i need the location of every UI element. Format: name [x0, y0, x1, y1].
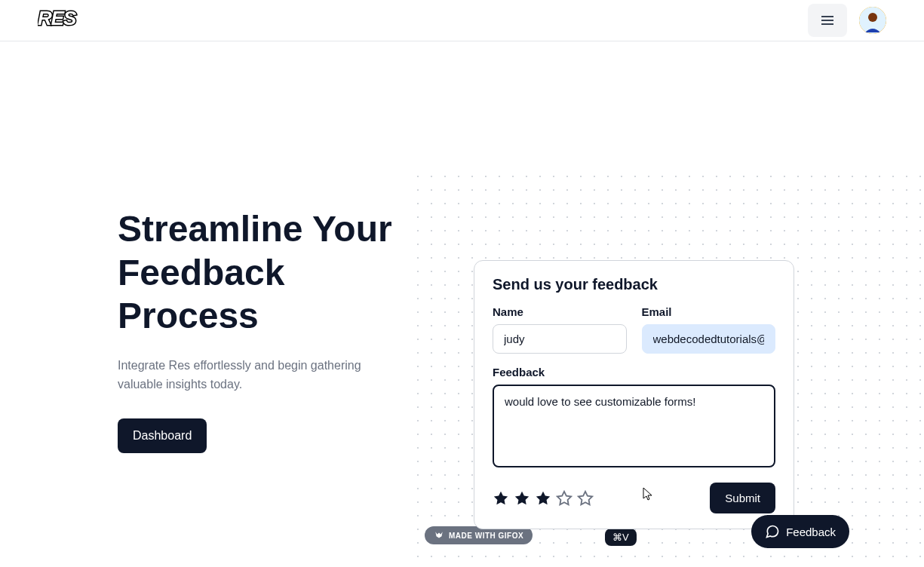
card-footer: Submit: [493, 483, 775, 513]
name-label: Name: [493, 305, 627, 318]
star-icon: [577, 490, 594, 507]
menu-button[interactable]: [808, 4, 847, 37]
svg-text:RES: RES: [38, 7, 77, 29]
star-icon: [556, 490, 573, 507]
hero-subtitle: Integrate Res effortlessly and begin gat…: [118, 356, 407, 394]
gifox-label: MADE WITH GIFOX: [449, 532, 523, 540]
form-row: Name Email: [493, 305, 775, 354]
feedback-label: Feedback: [493, 366, 775, 379]
star-4[interactable]: [556, 490, 573, 507]
menu-icon: [818, 11, 837, 29]
key-cmd-v: ⌘V: [605, 529, 637, 546]
email-input[interactable]: [642, 324, 776, 354]
header-actions: [808, 4, 886, 37]
svg-point-5: [868, 13, 877, 22]
star-icon: [514, 490, 530, 507]
star-2[interactable]: [514, 490, 530, 507]
feedback-pill-label: Feedback: [786, 526, 836, 538]
star-1[interactable]: [493, 490, 509, 507]
hero-right: Send us your feedback Name Email Feedbac…: [407, 41, 924, 567]
feedback-group: Feedback: [493, 366, 775, 470]
star-icon: [493, 490, 509, 507]
chat-icon: [765, 524, 780, 539]
cursor-icon: [641, 486, 655, 501]
feedback-card-title: Send us your feedback: [493, 276, 775, 293]
fox-icon: [434, 530, 444, 541]
submit-button[interactable]: Submit: [710, 483, 775, 513]
hero-title: Streamline Your Feedback Process: [118, 207, 407, 338]
email-group: Email: [642, 305, 776, 354]
header: RES: [0, 0, 924, 41]
hero-left: Streamline Your Feedback Process Integra…: [0, 41, 407, 567]
main: Streamline Your Feedback Process Integra…: [0, 41, 924, 567]
feedback-pill-button[interactable]: Feedback: [751, 515, 849, 548]
star-icon: [535, 490, 551, 507]
star-rating: [493, 490, 594, 507]
avatar[interactable]: [859, 7, 886, 34]
star-5[interactable]: [577, 490, 594, 507]
feedback-card: Send us your feedback Name Email Feedbac…: [474, 260, 794, 529]
dashboard-button[interactable]: Dashboard: [118, 418, 207, 453]
logo: RES: [38, 5, 106, 35]
feedback-textarea[interactable]: [493, 385, 775, 467]
avatar-icon: [859, 7, 886, 34]
name-input[interactable]: [493, 324, 627, 354]
star-3[interactable]: [535, 490, 551, 507]
email-label: Email: [642, 305, 776, 318]
name-group: Name: [493, 305, 627, 354]
